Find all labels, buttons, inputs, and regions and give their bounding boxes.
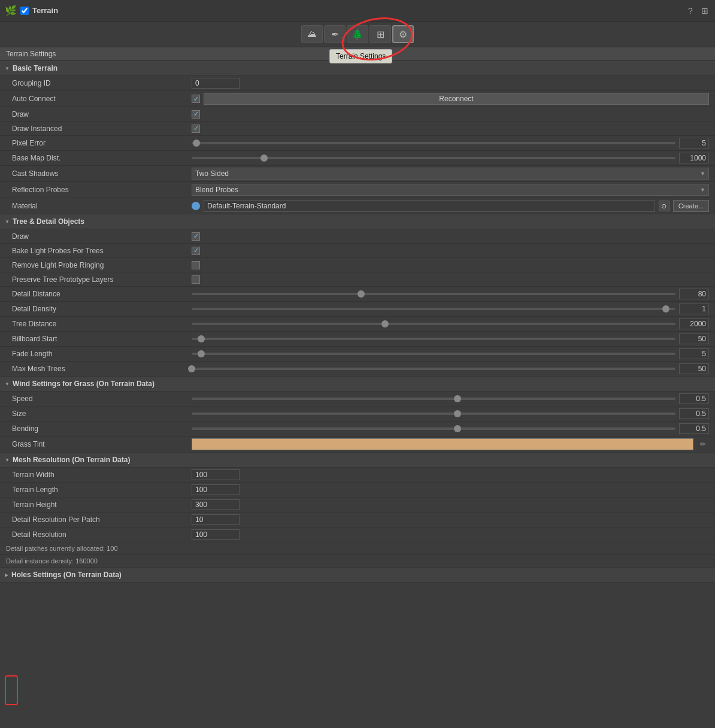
detail-distance-thumb[interactable] <box>357 290 365 298</box>
help-icon[interactable]: ? <box>685 5 696 16</box>
cast-shadows-dropdown[interactable]: Two Sided ▼ <box>192 168 709 180</box>
tree-distance-slider[interactable] <box>192 323 675 325</box>
terrain-settings-btn[interactable]: ⚙ <box>392 25 414 43</box>
grouping-id-row: Grouping ID <box>0 76 715 91</box>
detail-density-input[interactable] <box>679 304 709 314</box>
pixel-error-slider[interactable] <box>192 142 675 144</box>
terrain-width-input[interactable] <box>192 469 240 480</box>
terrain-height-input[interactable] <box>192 499 240 510</box>
draw-instanced-label: Draw Instanced <box>12 125 192 133</box>
billboard-start-label: Billboard Start <box>12 335 192 343</box>
grouping-id-input[interactable] <box>192 78 240 89</box>
size-thumb[interactable] <box>454 410 461 417</box>
cast-shadows-row: Cast Shadows Two Sided ▼ <box>0 166 715 182</box>
billboard-start-thumb[interactable] <box>198 335 205 342</box>
max-mesh-trees-row: Max Mesh Trees <box>0 362 715 377</box>
remove-light-probe-label: Remove Light Probe Ringing <box>12 261 192 269</box>
wind-settings-header[interactable]: ▼ Wind Settings for Grass (On Terrain Da… <box>0 377 715 392</box>
max-mesh-trees-thumb[interactable] <box>188 365 195 372</box>
material-target-btn[interactable]: ⊙ <box>659 201 669 211</box>
detail-res-per-patch-row: Detail Resolution Per Patch <box>0 512 715 527</box>
pixel-error-input[interactable] <box>679 138 709 148</box>
paint-details-btn[interactable]: ⊞ <box>369 25 391 43</box>
detail-density-slider[interactable] <box>192 308 675 310</box>
wind-settings-group: ▼ Wind Settings for Grass (On Terrain Da… <box>0 377 715 453</box>
fade-length-value <box>192 348 709 359</box>
detail-resolution-input[interactable] <box>192 529 240 540</box>
pixel-error-thumb[interactable] <box>193 139 200 147</box>
bending-slider[interactable] <box>192 427 675 430</box>
basic-terrain-label: Basic Terrain <box>13 64 57 72</box>
speed-slider[interactable] <box>192 398 675 400</box>
terrain-length-input[interactable] <box>192 484 240 495</box>
bake-light-probes-value <box>192 247 709 255</box>
draw-checkbox[interactable] <box>192 110 200 119</box>
detail-distance-slider[interactable] <box>192 293 675 295</box>
tree-distance-row: Tree Distance <box>0 317 715 332</box>
trees-draw-checkbox[interactable] <box>192 232 200 241</box>
reflection-probes-arrow: ▼ <box>700 187 705 193</box>
bending-track <box>192 427 675 430</box>
speed-input[interactable] <box>679 393 709 404</box>
max-mesh-trees-slider[interactable] <box>192 368 675 370</box>
speed-row: Speed <box>0 392 715 407</box>
eyedropper-icon[interactable]: ✏ <box>697 438 709 450</box>
paint-texture-btn[interactable]: ✒ <box>324 25 346 43</box>
max-mesh-trees-input[interactable] <box>679 363 709 374</box>
terrain-length-row: Terrain Length <box>0 483 715 498</box>
tree-detail-header[interactable]: ▼ Tree & Detail Objects <box>0 214 715 229</box>
collapse-triangle-5: ▶ <box>5 572 8 578</box>
remove-light-probe-checkbox[interactable] <box>192 261 200 269</box>
tree-distance-thumb[interactable] <box>381 320 389 327</box>
preserve-tree-checkbox[interactable] <box>192 275 200 284</box>
pixel-error-track <box>192 142 675 144</box>
fade-length-slider[interactable] <box>192 353 675 355</box>
material-selector: Default-Terrain-Standard ⊙ Create... <box>192 200 709 212</box>
holes-settings-header[interactable]: ▶ Holes Settings (On Terrain Data) <box>0 568 715 583</box>
terrain-toolbar: ⛰ ✒ 🌲 ⊞ ⚙ <box>0 22 715 47</box>
draw-instanced-checkbox[interactable] <box>192 125 200 133</box>
terrain-length-value <box>192 484 709 495</box>
tree-distance-input[interactable] <box>679 318 709 329</box>
detail-density-label: Detail Density <box>12 305 192 313</box>
auto-connect-checkbox[interactable] <box>192 95 200 103</box>
size-input[interactable] <box>679 408 709 419</box>
layout-icon[interactable]: ⊞ <box>699 5 710 16</box>
fade-length-thumb[interactable] <box>198 350 205 357</box>
billboard-start-track <box>192 338 675 340</box>
billboard-start-input[interactable] <box>679 333 709 344</box>
bending-row: Bending <box>0 421 715 436</box>
size-slider[interactable] <box>192 412 675 415</box>
terrain-active-checkbox[interactable] <box>20 7 29 15</box>
base-map-dist-thumb[interactable] <box>260 154 268 162</box>
base-map-dist-value <box>192 153 709 163</box>
draw-instanced-value <box>192 125 709 133</box>
raise-lower-btn[interactable]: ⛰ <box>301 25 323 43</box>
detail-res-per-patch-input[interactable] <box>192 514 240 525</box>
base-map-dist-input[interactable] <box>679 153 709 163</box>
bake-light-probes-label: Bake Light Probes For Trees <box>12 247 192 255</box>
speed-thumb[interactable] <box>454 395 461 402</box>
tree-detail-label: Tree & Detail Objects <box>13 217 84 226</box>
base-map-dist-slider[interactable] <box>192 157 675 159</box>
grass-tint-value: ✏ <box>192 438 709 450</box>
billboard-start-slider[interactable] <box>192 338 675 340</box>
grouping-id-value <box>192 78 709 89</box>
terrain-settings-content: Terrain Settings ▼ Basic Terrain Groupin… <box>0 47 715 583</box>
detail-density-track <box>192 308 675 310</box>
bending-value <box>192 423 709 434</box>
bending-input[interactable] <box>679 423 709 434</box>
create-material-btn[interactable]: Create... <box>673 200 709 212</box>
speed-label: Speed <box>12 395 192 403</box>
fade-length-input[interactable] <box>679 348 709 359</box>
reconnect-button[interactable]: Reconnect <box>204 93 709 105</box>
detail-density-thumb[interactable] <box>662 305 669 313</box>
auto-connect-label: Auto Connect <box>12 95 192 103</box>
paint-trees-btn[interactable]: 🌲 <box>347 25 368 43</box>
detail-distance-input[interactable] <box>679 289 709 299</box>
bending-thumb[interactable] <box>454 425 461 432</box>
reflection-probes-dropdown[interactable]: Blend Probes ▼ <box>192 184 709 196</box>
bake-light-probes-checkbox[interactable] <box>192 247 200 255</box>
mesh-resolution-header[interactable]: ▼ Mesh Resolution (On Terrain Data) <box>0 453 715 468</box>
grass-tint-swatch[interactable] <box>192 438 693 450</box>
